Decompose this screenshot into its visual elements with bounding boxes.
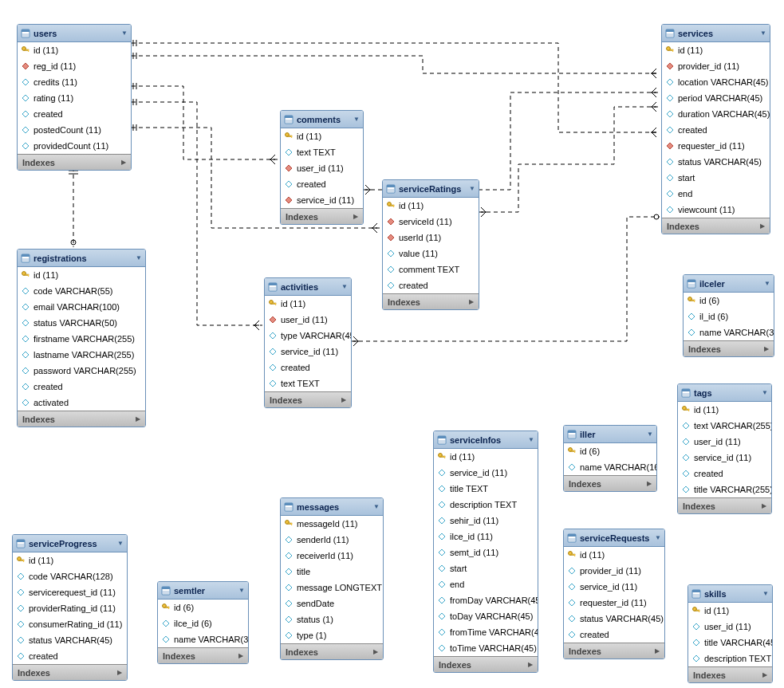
collapse-icon[interactable]: ▼	[762, 389, 768, 396]
column-row[interactable]: status VARCHAR(45)	[564, 611, 664, 627]
column-row[interactable]: sendDate	[281, 596, 383, 611]
column-row[interactable]: id (11)	[18, 42, 131, 58]
column-row[interactable]: description TEXT	[688, 651, 772, 666]
expand-right-icon[interactable]: ▶	[238, 652, 243, 659]
collapse-icon[interactable]: ▼	[655, 534, 661, 541]
column-row[interactable]: message LONGTEXT	[281, 580, 383, 596]
expand-right-icon[interactable]: ▶	[136, 415, 140, 423]
column-row[interactable]: id (11)	[688, 603, 772, 619]
column-row[interactable]: id (11)	[13, 552, 127, 568]
expand-right-icon[interactable]: ▶	[760, 222, 765, 230]
table-header[interactable]: comments▼	[281, 111, 363, 128]
table-header[interactable]: services▼	[662, 25, 770, 42]
expand-right-icon[interactable]: ▶	[764, 345, 769, 352]
column-row[interactable]: fromTime VARCHAR(45)	[434, 624, 538, 640]
column-row[interactable]: start	[662, 170, 770, 186]
collapse-icon[interactable]: ▼	[764, 280, 770, 287]
indexes-footer[interactable]: Indexes▶	[18, 154, 131, 170]
table-header[interactable]: ilceler▼	[684, 275, 774, 293]
column-row[interactable]: created	[18, 379, 145, 395]
table-activities[interactable]: activities▼id (11)user_id (11)type VARCH…	[264, 277, 352, 408]
column-row[interactable]: period VARCHAR(45)	[662, 90, 770, 106]
column-row[interactable]: status (1)	[281, 611, 383, 627]
expand-right-icon[interactable]: ▶	[647, 480, 652, 487]
column-row[interactable]: status VARCHAR(45)	[662, 154, 770, 170]
column-row[interactable]: user_id (11)	[688, 619, 772, 635]
column-row[interactable]: senderId (11)	[281, 532, 383, 548]
column-row[interactable]: il_id (6)	[684, 309, 774, 324]
column-row[interactable]: provider_id (11)	[564, 563, 664, 579]
column-row[interactable]: id (11)	[662, 42, 770, 58]
indexes-footer[interactable]: Indexes▶	[688, 666, 772, 682]
column-row[interactable]: text TEXT	[265, 375, 351, 391]
table-header[interactable]: registrations▼	[18, 250, 145, 267]
indexes-footer[interactable]: Indexes▶	[564, 643, 664, 659]
column-row[interactable]: ilce_id (11)	[434, 529, 538, 545]
column-row[interactable]: userId (11)	[383, 230, 479, 246]
column-row[interactable]: id (6)	[564, 443, 656, 459]
collapse-icon[interactable]: ▼	[121, 29, 128, 37]
table-header[interactable]: serviceRatings▼	[383, 180, 479, 198]
indexes-footer[interactable]: Indexes▶	[13, 664, 127, 680]
column-row[interactable]: id (11)	[18, 267, 145, 283]
column-row[interactable]: created	[564, 627, 664, 643]
column-row[interactable]: receiverId (11)	[281, 548, 383, 564]
collapse-icon[interactable]: ▼	[117, 540, 124, 547]
table-header[interactable]: serviceInfos▼	[434, 431, 538, 449]
column-row[interactable]: created	[281, 176, 363, 192]
column-row[interactable]: title VARCHAR(45)	[688, 635, 772, 651]
column-row[interactable]: service_id (11)	[265, 344, 351, 360]
collapse-icon[interactable]: ▼	[373, 503, 380, 510]
expand-right-icon[interactable]: ▶	[117, 669, 122, 676]
column-row[interactable]: created	[13, 648, 127, 664]
collapse-icon[interactable]: ▼	[238, 587, 245, 594]
table-serviceProgress[interactable]: serviceProgress▼id (11)code VARCHAR(128)…	[12, 534, 128, 681]
column-row[interactable]: name VARCHAR(32)	[684, 324, 774, 340]
column-row[interactable]: created	[678, 466, 771, 482]
indexes-footer[interactable]: Indexes▶	[662, 218, 770, 234]
table-tags[interactable]: tags▼id (11)text VARCHAR(255)user_id (11…	[677, 383, 772, 514]
column-row[interactable]: end	[434, 576, 538, 592]
column-row[interactable]: service_id (11)	[434, 465, 538, 481]
column-row[interactable]: toDay VARCHAR(45)	[434, 608, 538, 624]
indexes-footer[interactable]: Indexes▶	[281, 643, 383, 659]
column-row[interactable]: code VARCHAR(55)	[18, 283, 145, 299]
column-row[interactable]: providerRating_id (11)	[13, 600, 127, 616]
column-row[interactable]: activated	[18, 395, 145, 411]
table-serviceInfos[interactable]: serviceInfos▼id (11)service_id (11)title…	[433, 430, 538, 673]
column-row[interactable]: email VARCHAR(100)	[18, 299, 145, 315]
table-serviceRequests[interactable]: serviceRequests▼id (11)provider_id (11)s…	[563, 529, 665, 659]
column-row[interactable]: title VARCHAR(255)	[678, 482, 771, 497]
column-row[interactable]: semt_id (11)	[434, 545, 538, 560]
collapse-icon[interactable]: ▼	[341, 283, 348, 290]
collapse-icon[interactable]: ▼	[762, 590, 769, 597]
table-header[interactable]: activities▼	[265, 278, 351, 296]
indexes-footer[interactable]: Indexes▶	[18, 411, 145, 427]
expand-right-icon[interactable]: ▶	[469, 298, 474, 305]
column-row[interactable]: password VARCHAR(255)	[18, 363, 145, 379]
column-row[interactable]: user_id (11)	[265, 312, 351, 328]
table-semtler[interactable]: semtler▼id (6)ilce_id (6)name VARCHAR(32…	[157, 581, 249, 664]
table-header[interactable]: serviceRequests▼	[564, 529, 664, 547]
table-registrations[interactable]: registrations▼id (11)code VARCHAR(55)ema…	[17, 249, 146, 427]
column-row[interactable]: id (11)	[265, 296, 351, 312]
table-messages[interactable]: messages▼messageId (11)senderId (11)rece…	[280, 497, 384, 660]
indexes-footer[interactable]: Indexes▶	[434, 656, 538, 672]
table-header[interactable]: skills▼	[688, 585, 772, 603]
column-row[interactable]: created	[662, 122, 770, 138]
column-row[interactable]: created	[18, 106, 131, 122]
collapse-icon[interactable]: ▼	[136, 254, 142, 261]
expand-right-icon[interactable]: ▶	[528, 661, 533, 668]
table-skills[interactable]: skills▼id (11)user_id (11)title VARCHAR(…	[687, 584, 773, 683]
table-header[interactable]: iller▼	[564, 426, 656, 443]
column-row[interactable]: user_id (11)	[281, 160, 363, 176]
column-row[interactable]: service_id (11)	[281, 192, 363, 208]
indexes-footer[interactable]: Indexes▶	[265, 391, 351, 407]
column-row[interactable]: user_id (11)	[678, 434, 771, 450]
column-row[interactable]: credits (11)	[18, 74, 131, 90]
column-row[interactable]: start	[434, 560, 538, 576]
column-row[interactable]: providedCount (11)	[18, 138, 131, 154]
column-row[interactable]: duration VARCHAR(45)	[662, 106, 770, 122]
column-row[interactable]: status VARCHAR(45)	[13, 632, 127, 648]
table-header[interactable]: messages▼	[281, 498, 383, 516]
